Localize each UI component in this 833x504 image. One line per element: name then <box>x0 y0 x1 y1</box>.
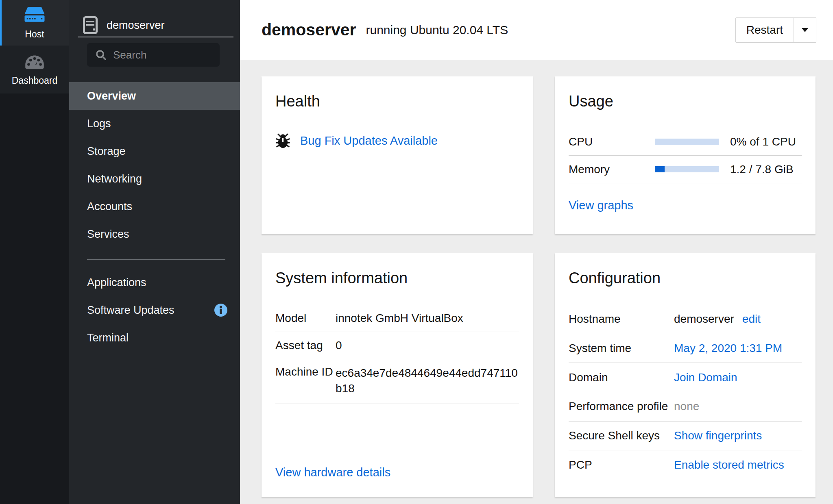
bug-icon <box>275 133 290 148</box>
sidebar-divider <box>78 37 233 37</box>
memory-progressbar <box>655 166 719 172</box>
search-input[interactable] <box>112 48 207 62</box>
performance-profile-label: Performance profile <box>569 400 674 413</box>
sidebar-nav-secondary: Applications Software Updates Terminal <box>69 269 240 352</box>
nav-section-divider <box>87 259 225 260</box>
model-row: Model innotek GmbH VirtualBox <box>275 305 519 332</box>
sidebar-item-software-updates[interactable]: Software Updates <box>69 296 240 324</box>
hostname-value: demoserver <box>674 313 734 326</box>
health-item: Bug Fix Updates Available <box>275 133 519 148</box>
rail-filler <box>0 93 69 504</box>
system-information-card: System information Model innotek GmbH Vi… <box>262 253 533 497</box>
overview-content: Health Bug Fix Updates Available <box>240 60 833 504</box>
sidebar-item-accounts[interactable]: Accounts <box>69 193 240 220</box>
health-card-title: Health <box>275 93 519 110</box>
cpu-value: 0% of 1 CPU <box>719 135 802 148</box>
hostname-label: Hostname <box>569 313 674 326</box>
os-subtitle: running Ubuntu 20.04 LTS <box>366 23 508 37</box>
bug-fix-updates-link[interactable]: Bug Fix Updates Available <box>300 134 438 148</box>
cpu-label: CPU <box>569 135 655 148</box>
memory-progress-fill <box>655 166 665 172</box>
server-tower-icon <box>83 16 98 34</box>
memory-label: Memory <box>569 163 655 176</box>
sidebar-item-logs[interactable]: Logs <box>69 110 240 137</box>
system-information-title: System information <box>275 269 519 287</box>
asset-tag-value: 0 <box>336 338 519 353</box>
search-icon <box>95 49 107 61</box>
restart-button[interactable]: Restart <box>736 18 794 42</box>
usage-card-title: Usage <box>569 93 802 110</box>
show-fingerprints-link[interactable]: Show fingerprints <box>674 429 802 442</box>
performance-profile-row: Performance profile none <box>569 392 802 421</box>
rail-item-host[interactable]: Host <box>0 0 69 46</box>
hostname-edit-link[interactable]: edit <box>742 313 761 326</box>
restart-split-button: Restart <box>735 17 816 43</box>
cpu-usage-row: CPU 0% of 1 CPU <box>569 128 802 156</box>
search-box[interactable] <box>87 43 220 67</box>
usage-card: Usage CPU 0% of 1 CPU Memory 1.2 / 7.8 G… <box>555 76 816 234</box>
system-time-row: System time May 2, 2020 1:31 PM <box>569 334 802 363</box>
machine-id-label: Machine ID <box>275 365 336 378</box>
info-badge-icon <box>214 303 228 317</box>
domain-label: Domain <box>569 371 674 384</box>
model-label: Model <box>275 312 336 325</box>
main-area: demoserver running Ubuntu 20.04 LTS Rest… <box>240 0 833 504</box>
machine-id-value: ec6a34e7de4844649e44edd747110b18 <box>336 365 519 396</box>
rail-item-dashboard[interactable]: Dashboard <box>0 46 69 93</box>
performance-profile-value: none <box>674 400 802 413</box>
configuration-title: Configuration <box>569 269 802 287</box>
secure-shell-keys-row: Secure Shell keys Show fingerprints <box>569 421 802 451</box>
asset-tag-label: Asset tag <box>275 339 336 352</box>
sidebar-item-services[interactable]: Services <box>69 220 240 248</box>
server-icon <box>23 6 46 24</box>
sidebar-server-title: demoserver <box>69 0 240 37</box>
sidebar-item-overview[interactable]: Overview <box>69 82 240 110</box>
secure-shell-keys-label: Secure Shell keys <box>569 429 674 442</box>
sidebar-item-applications[interactable]: Applications <box>69 269 240 296</box>
pcp-label: PCP <box>569 458 674 471</box>
view-hardware-details-link[interactable]: View hardware details <box>275 466 390 479</box>
gauge-icon <box>24 53 45 70</box>
page-title: demoserver <box>262 20 356 39</box>
memory-usage-row: Memory 1.2 / 7.8 GiB <box>569 156 802 183</box>
memory-value: 1.2 / 7.8 GiB <box>719 163 802 176</box>
system-time-label: System time <box>569 342 674 355</box>
machine-sidebar: demoserver Overview Logs Storage Network… <box>69 0 240 504</box>
cpu-progressbar <box>655 139 719 145</box>
sidebar-item-terminal[interactable]: Terminal <box>69 324 240 352</box>
pcp-row: PCP Enable stored metrics <box>569 450 802 479</box>
machine-id-row: Machine ID ec6a34e7de4844649e44edd747110… <box>275 359 519 404</box>
join-domain-link[interactable]: Join Domain <box>674 371 802 384</box>
rail-item-label: Dashboard <box>12 75 58 86</box>
sidebar-item-storage[interactable]: Storage <box>69 137 240 165</box>
health-card: Health Bug Fix Updates Available <box>262 76 533 234</box>
enable-stored-metrics-link[interactable]: Enable stored metrics <box>674 458 802 471</box>
view-graphs-link[interactable]: View graphs <box>569 199 633 212</box>
hostname-row: Hostname demoserver edit <box>569 305 802 334</box>
restart-dropdown-toggle[interactable] <box>794 18 816 42</box>
chevron-down-icon <box>801 28 809 33</box>
asset-tag-row: Asset tag 0 <box>275 332 519 359</box>
sidebar-item-label: Software Updates <box>87 304 174 317</box>
rail-item-label: Host <box>25 29 44 40</box>
sidebar-item-networking[interactable]: Networking <box>69 165 240 193</box>
domain-row: Domain Join Domain <box>569 363 802 392</box>
configuration-card: Configuration Hostname demoserver edit S… <box>555 253 816 497</box>
host-switcher-rail: Host Dashboard <box>0 0 69 504</box>
model-value: innotek GmbH VirtualBox <box>336 311 519 326</box>
system-time-link[interactable]: May 2, 2020 1:31 PM <box>674 342 802 355</box>
server-name: demoserver <box>107 19 165 32</box>
sidebar-nav: Overview Logs Storage Networking Account… <box>69 82 240 248</box>
page-header: demoserver running Ubuntu 20.04 LTS Rest… <box>240 0 833 60</box>
